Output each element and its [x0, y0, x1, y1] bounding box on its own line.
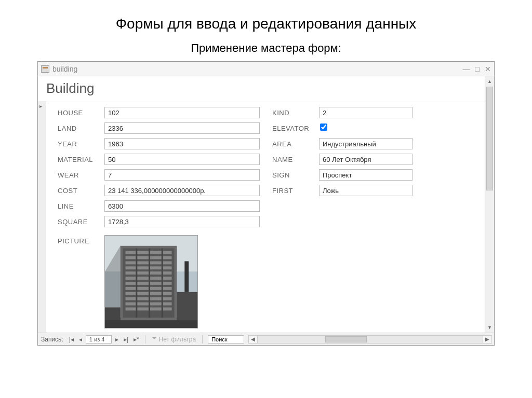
- house-input[interactable]: [104, 107, 260, 118]
- svg-rect-14: [126, 297, 172, 300]
- svg-rect-16: [126, 307, 172, 310]
- record-marker-icon: ▸: [39, 103, 42, 109]
- close-button[interactable]: ✕: [485, 65, 491, 73]
- search-input[interactable]: [208, 335, 244, 344]
- window-title: building: [52, 65, 463, 73]
- nav-new-button[interactable]: ▸*: [131, 335, 142, 344]
- svg-rect-15: [126, 303, 172, 306]
- svg-rect-17: [136, 249, 137, 318]
- minimize-button[interactable]: —: [463, 65, 470, 73]
- slide-title: Формы для ввода и редактирования данных: [0, 0, 532, 42]
- scroll-right-icon[interactable]: ▶: [483, 335, 492, 344]
- form-header: Building: [38, 76, 485, 102]
- land-input[interactable]: [104, 122, 260, 134]
- svg-rect-11: [126, 282, 172, 285]
- svg-rect-12: [126, 287, 172, 290]
- vertical-scrollbar[interactable]: ▲ ▼: [485, 76, 494, 333]
- svg-rect-5: [126, 251, 172, 254]
- svg-rect-18: [149, 249, 150, 318]
- svg-rect-6: [126, 256, 172, 259]
- name-label: NAME: [272, 156, 319, 163]
- scroll-left-icon[interactable]: ◀: [248, 335, 258, 344]
- scroll-up-icon[interactable]: ▲: [485, 77, 494, 86]
- form-body: Building ▸ HOUSE LAND YEAR: [38, 76, 485, 333]
- year-label: YEAR: [58, 140, 104, 148]
- record-navigation-bar: Запись: |◂ ◂ 1 из 4 ▸ ▸| ▸* Нет фильтра …: [38, 333, 494, 345]
- svg-rect-23: [184, 261, 189, 292]
- horizontal-scrollbar[interactable]: ◀ ▶: [248, 335, 492, 344]
- area-label: AREA: [272, 140, 319, 148]
- nav-last-button[interactable]: ▸|: [121, 335, 131, 344]
- year-input[interactable]: [104, 138, 260, 149]
- building-image: [105, 236, 197, 328]
- land-label: LAND: [58, 125, 104, 132]
- maximize-button[interactable]: □: [475, 65, 480, 73]
- house-label: HOUSE: [58, 109, 104, 117]
- cost-label: COST: [58, 187, 104, 195]
- record-label: Запись:: [38, 336, 66, 343]
- nav-separator: [145, 335, 145, 344]
- svg-rect-7: [126, 261, 172, 264]
- record-selector[interactable]: ▸: [38, 101, 46, 333]
- area-input[interactable]: [319, 138, 413, 149]
- titlebar: building — □ ✕: [38, 62, 494, 76]
- nav-prev-button[interactable]: ◂: [76, 335, 85, 344]
- svg-rect-19: [162, 249, 163, 318]
- horizontal-scroll-thumb[interactable]: [325, 336, 367, 342]
- svg-rect-10: [126, 277, 172, 280]
- vertical-scroll-thumb[interactable]: [486, 87, 493, 190]
- svg-rect-13: [126, 292, 172, 295]
- record-position[interactable]: 1 из 4: [86, 335, 112, 344]
- nav-first-button[interactable]: |◂: [66, 335, 76, 344]
- material-input[interactable]: [104, 154, 260, 165]
- elevator-checkbox[interactable]: [320, 123, 327, 131]
- line-input[interactable]: [104, 200, 260, 212]
- wear-label: WEAR: [58, 171, 104, 179]
- line-label: LINE: [58, 202, 104, 210]
- svg-rect-8: [126, 266, 172, 269]
- nav-separator-2: [202, 335, 203, 344]
- picture-label: PICTURE: [58, 235, 104, 245]
- sign-label: SIGN: [272, 171, 319, 179]
- cost-input[interactable]: [104, 185, 260, 196]
- kind-input[interactable]: [319, 107, 413, 118]
- window-frame: building — □ ✕ Building ▸ HOUSE LAND: [37, 61, 495, 346]
- svg-rect-20: [177, 292, 197, 320]
- picture-box[interactable]: [104, 235, 198, 328]
- right-column: KIND ELEVATOR AREA NAME: [272, 106, 474, 231]
- square-label: SQUARE: [58, 218, 104, 226]
- horizontal-scroll-track[interactable]: [258, 335, 483, 344]
- sign-input[interactable]: [319, 169, 413, 181]
- filter-indicator[interactable]: Нет фильтра: [149, 336, 200, 343]
- first-label: FIRST: [272, 187, 319, 195]
- material-label: MATERIAL: [58, 156, 104, 163]
- form-icon: [41, 65, 49, 73]
- filter-label: Нет фильтра: [159, 336, 196, 343]
- funnel-icon: [152, 337, 157, 342]
- square-input[interactable]: [104, 216, 260, 227]
- scroll-down-icon[interactable]: ▼: [485, 323, 494, 332]
- slide-subtitle: Применение мастера форм:: [0, 42, 532, 61]
- wear-input[interactable]: [104, 169, 260, 181]
- elevator-label: ELEVATOR: [272, 125, 319, 132]
- kind-label: KIND: [272, 109, 319, 117]
- left-column: HOUSE LAND YEAR MATERIAL: [58, 106, 260, 231]
- svg-rect-9: [126, 271, 172, 275]
- name-input[interactable]: [319, 154, 413, 165]
- first-input[interactable]: [319, 185, 413, 196]
- nav-next-button[interactable]: ▸: [113, 335, 121, 344]
